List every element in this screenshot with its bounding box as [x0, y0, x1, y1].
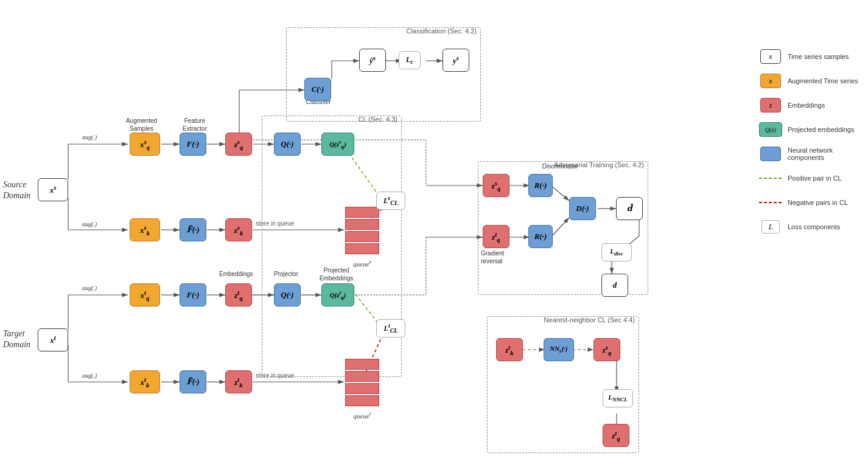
legend-item-aug: x Augmented Time series — [758, 73, 865, 89]
box-Qt-upper: Q(·) — [274, 283, 301, 306]
box-yhats: ŷs — [359, 49, 386, 72]
box-Lc: Lc — [399, 51, 421, 69]
projected-t-label: ProjectedEmbeddings — [317, 266, 356, 282]
box-zks: zsk — [225, 218, 252, 241]
box-zkt: ztk — [225, 370, 252, 393]
box-R1: R(·) — [528, 174, 553, 197]
box-C: C(·) — [304, 78, 331, 101]
legend: x Time series samples x Augmented Time s… — [758, 18, 865, 243]
box-Lcls: LsCL — [376, 192, 405, 210]
legend-item-pos: Positive pair in CL — [758, 170, 865, 186]
legend-text-loss: Loss components — [788, 223, 840, 230]
box-Ft-upper: F(·) — [180, 283, 206, 306]
legend-item-proj: Q(z) Projected embeddings — [758, 122, 865, 137]
classification-region: Classification (Sec. 4.2) — [286, 27, 481, 122]
legend-text-ts: Time series samples — [788, 53, 849, 60]
aug-samples-label: AugmentedSamples — [125, 117, 158, 133]
box-Ftt-lower: F̃(·) — [180, 370, 206, 393]
box-Qzqs: Q(zsq) — [321, 133, 354, 156]
box-dhat: d̂ — [616, 197, 643, 220]
legend-text-pos: Positive pair in CL — [788, 175, 842, 182]
legend-text-aug: Augmented Time series — [788, 77, 858, 85]
nn-cl-label: Nearest-neighbor CL (Sec 4.4) — [544, 316, 635, 324]
box-xqs: xsq — [130, 133, 160, 156]
box-Qzqt: Q(ztq) — [321, 283, 354, 306]
legend-symbol-teal: Q(z) — [758, 122, 783, 137]
box-xqt: xtq — [130, 283, 160, 306]
gradient-reversal-label: Gradientreversal — [481, 249, 527, 265]
box-NNs: NNs(·) — [544, 338, 574, 361]
legend-symbol-white: x — [758, 49, 783, 64]
legend-item-nn: Neural network components — [758, 146, 865, 162]
aug-label-s2: aug(.) — [82, 221, 97, 227]
diagram-container: Classification (Sec. 4.2) CL (Sec. 4.3) … — [0, 0, 868, 464]
queue-source — [345, 207, 379, 255]
cl-label: CL (Sec. 4.3) — [359, 116, 397, 123]
projector-t-label: Projector — [271, 271, 301, 277]
legend-symbol-blue — [758, 146, 783, 162]
box-zqs-nn: zsq — [593, 338, 620, 361]
box-D: D(·) — [569, 197, 596, 220]
box-Lnncl: LNNCL — [603, 389, 633, 407]
aug-label-s1: aug(.) — [82, 134, 97, 140]
box-xs: xs — [38, 178, 68, 201]
legend-symbol-green-dash — [758, 170, 783, 186]
legend-symbol-loss: L — [758, 219, 783, 235]
discriminator-label: Discriminator — [542, 163, 578, 170]
legend-item-loss: L Loss components — [758, 219, 865, 235]
queue-target — [345, 359, 379, 407]
box-zkt-nn: ztk — [496, 338, 523, 361]
legend-text-proj: Projected embeddings — [788, 126, 854, 133]
aug-label-t2: aug(.) — [82, 372, 97, 379]
embeddings-t-label: Embeddings — [219, 271, 253, 277]
box-ys: ys — [443, 49, 469, 72]
legend-text-emb: Embeddings — [788, 102, 825, 109]
box-R2: R(·) — [528, 225, 553, 248]
legend-item-ts: x Time series samples — [758, 49, 865, 64]
box-d: d — [601, 274, 628, 297]
feat-extractor-label: FeatureExtractor — [180, 117, 210, 133]
legend-text-nn: Neural network components — [788, 147, 865, 161]
box-zqt-adv: ztq — [483, 225, 509, 248]
box-xks: xsk — [130, 218, 160, 241]
queue-t-label: queuet — [345, 410, 379, 420]
box-Fs-upper: F(·) — [180, 133, 206, 156]
box-xkt: xtk — [130, 370, 160, 393]
box-Ldisc: Ldisc — [601, 243, 632, 261]
classification-label: Classification (Sec. 4.2) — [406, 27, 477, 35]
box-zqs-adv: zsq — [483, 174, 509, 197]
store-queue-t-label: store in queue — [256, 372, 294, 379]
box-Lclt: LtCL — [376, 319, 405, 338]
box-Fts-lower: F̃(·) — [180, 218, 206, 241]
box-zqt: ztq — [225, 283, 252, 306]
legend-text-neg: Negative pairs in CL — [788, 199, 848, 206]
box-zqs: zsq — [225, 133, 252, 156]
box-zqt-nn: ztq — [603, 424, 629, 447]
box-xt: xt — [38, 328, 68, 351]
legend-symbol-red: z — [758, 97, 783, 113]
legend-symbol-orange: x — [758, 73, 783, 89]
legend-item-emb: z Embeddings — [758, 97, 865, 113]
aug-label-t1: aug(.) — [82, 285, 97, 291]
legend-symbol-red-dash — [758, 195, 783, 210]
box-Qs-upper: Q(·) — [274, 133, 301, 156]
store-queue-s-label: store in queue — [256, 220, 294, 227]
legend-item-neg: Negative pairs in CL — [758, 195, 865, 210]
